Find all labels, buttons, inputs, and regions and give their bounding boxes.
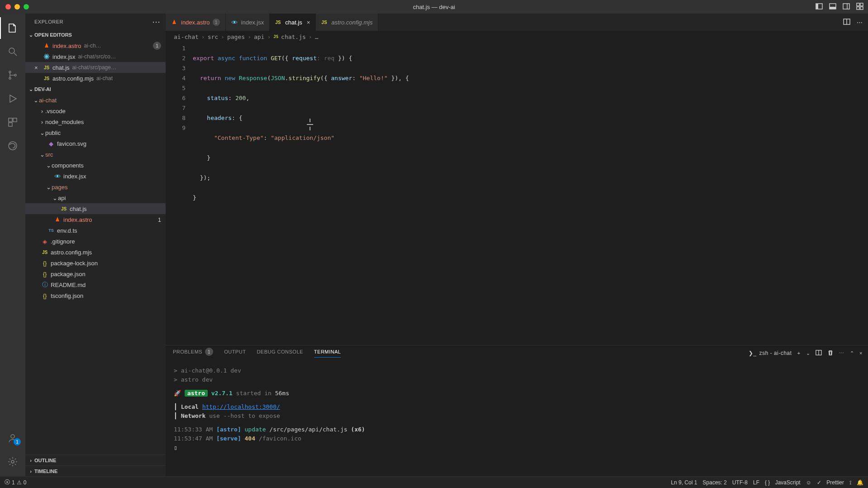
panel-right-icon[interactable] [843, 3, 850, 11]
info-file-icon: ⓘ [41, 281, 49, 289]
maximize-panel-icon[interactable]: ⌃ [850, 350, 854, 356]
open-editor-item[interactable]: × JS chat.js ai-chat/src/page… [25, 62, 166, 73]
folder-src[interactable]: ⌄src [25, 149, 166, 160]
file-index-astro[interactable]: index.astro1 [25, 214, 166, 225]
svg-point-13 [9, 77, 11, 79]
status-ln-col[interactable]: Ln 9, Col 1 [671, 479, 697, 486]
js-file-icon: JS [43, 76, 51, 81]
kill-terminal-icon[interactable] [827, 349, 834, 357]
svg-point-10 [9, 48, 14, 53]
file-package-lock[interactable]: {}package-lock.json [25, 258, 166, 268]
file-chat-js[interactable]: JSchat.js [25, 203, 166, 214]
svg-point-27 [234, 21, 235, 23]
activity-search[interactable] [0, 41, 25, 62]
svg-point-12 [9, 71, 11, 73]
problems-count-badge: 1 [205, 348, 213, 356]
status-language[interactable]: { } JavaScript [765, 479, 801, 486]
status-prettier[interactable]: ✓ Prettier [817, 479, 844, 486]
explorer-more-icon[interactable]: ⋯ [152, 17, 161, 27]
terminal-content[interactable]: > ai-chat@0.0.1 dev > astro dev 🚀 astro … [166, 361, 868, 476]
folder-pages[interactable]: ⌄pages [25, 182, 166, 192]
activity-extensions[interactable] [0, 111, 25, 133]
open-editor-item[interactable]: × index.astro ai-ch… 1 [25, 40, 166, 51]
panel-tab-bar: PROBLEMS1 OUTPUT DEBUG CONSOLE TERMINAL … [166, 345, 868, 361]
terminal-selector[interactable]: ❯_zsh - ai-chat [749, 350, 792, 356]
tab-index-astro[interactable]: index.astro 1 [166, 14, 226, 31]
local-url-link[interactable]: http://localhost:3000/ [202, 403, 280, 410]
accounts-badge: 1 [14, 438, 21, 445]
terminal-dropdown-icon[interactable]: ⌄ [806, 350, 811, 356]
folder-api[interactable]: ⌄api [25, 192, 166, 203]
svg-point-14 [14, 74, 16, 76]
more-actions-icon[interactable]: ⋯ [857, 19, 863, 26]
svg-rect-8 [857, 7, 859, 10]
folder-vscode[interactable]: ›.vscode [25, 105, 166, 116]
status-eol[interactable]: LF [753, 479, 759, 486]
problem-count-badge: 1 [158, 216, 161, 223]
activity-debug[interactable] [0, 88, 25, 110]
close-tab-icon[interactable]: × [307, 19, 310, 26]
close-panel-icon[interactable]: × [859, 350, 863, 356]
activity-edge[interactable] [0, 135, 25, 157]
activity-explorer[interactable] [0, 17, 25, 39]
status-broadcast-icon[interactable]: ⟟ [849, 479, 851, 486]
close-icon[interactable]: × [34, 64, 42, 71]
explorer-sidebar: EXPLORER ⋯ ⌄OPEN EDITORS × index.astro a… [25, 14, 166, 476]
status-errors[interactable]: ⓧ1⚠0 [5, 478, 26, 486]
folder-node-modules[interactable]: ›node_modules [25, 116, 166, 127]
status-bell-icon[interactable]: 🔔 [857, 479, 863, 486]
file-astro-config[interactable]: JSastro.config.mjs [25, 247, 166, 258]
file-package-json[interactable]: {}package.json [25, 268, 166, 279]
tab-index-jsx[interactable]: index.jsx [226, 14, 270, 31]
timeline-header[interactable]: ›TIMELINE [25, 465, 166, 476]
file-readme[interactable]: ⓘREADME.md [25, 279, 166, 290]
code-editor[interactable]: 123456789 export async function GET({ re… [166, 43, 868, 345]
open-editor-item[interactable]: × index.jsx ai-chat/src/co… [25, 51, 166, 62]
folder-ai-chat[interactable]: ⌄ai-chat [25, 95, 166, 105]
panel-tab-terminal[interactable]: TERMINAL [314, 349, 341, 358]
panel-toggle-icon[interactable] [816, 3, 823, 11]
project-tree-header[interactable]: ⌄DEV-AI [25, 84, 166, 95]
explorer-header: EXPLORER ⋯ [25, 14, 166, 29]
folder-public[interactable]: ⌄public [25, 127, 166, 138]
error-icon: ⓧ [5, 478, 10, 486]
panel-bottom-icon[interactable] [829, 3, 836, 11]
close-window-button[interactable] [5, 4, 11, 10]
status-spaces[interactable]: Spaces: 2 [703, 479, 727, 486]
file-index-jsx[interactable]: index.jsx [25, 171, 166, 182]
breadcrumb[interactable]: ai-chat› src› pages› api› JSchat.js› … [166, 31, 868, 43]
file-env-d-ts[interactable]: TSenv.d.ts [25, 225, 166, 236]
status-feedback-icon[interactable]: ☺ [806, 479, 811, 486]
open-editors-header[interactable]: ⌄OPEN EDITORS [25, 29, 166, 40]
tab-astro-config[interactable]: JS astro.config.mjs [316, 14, 378, 31]
new-terminal-icon[interactable]: + [797, 350, 801, 356]
tab-actions: ⋯ [843, 14, 868, 31]
code-content[interactable]: export async function GET({ request: req… [193, 43, 868, 345]
file-favicon-svg[interactable]: ◆favicon.svg [25, 138, 166, 149]
svg-point-21 [46, 56, 48, 57]
maximize-window-button[interactable] [24, 4, 29, 10]
file-gitignore[interactable]: ◈.gitignore [25, 236, 166, 247]
svg-point-19 [11, 435, 14, 438]
split-terminal-icon[interactable] [816, 349, 822, 357]
customize-layout-icon[interactable] [856, 3, 863, 11]
js-file-icon: JS [41, 250, 49, 255]
svg-point-25 [57, 175, 58, 177]
panel-tab-output[interactable]: OUTPUT [224, 349, 246, 357]
split-editor-icon[interactable] [843, 18, 850, 27]
activity-settings[interactable] [0, 451, 25, 473]
open-editor-item[interactable]: × JS astro.config.mjs ai-chat [25, 73, 166, 84]
more-actions-icon[interactable]: ⋯ [839, 350, 844, 356]
outline-header[interactable]: ›OUTLINE [25, 455, 166, 465]
status-encoding[interactable]: UTF-8 [732, 479, 748, 486]
tab-chat-js[interactable]: JS chat.js × [270, 14, 316, 31]
svg-rect-4 [843, 4, 849, 9]
folder-components[interactable]: ⌄components [25, 160, 166, 171]
panel-tab-problems[interactable]: PROBLEMS1 [173, 348, 213, 359]
minimize-window-button[interactable] [14, 4, 20, 10]
activity-accounts[interactable]: 1 [0, 427, 25, 449]
file-tsconfig[interactable]: {}tsconfig.json [25, 290, 166, 301]
activity-source-control[interactable] [0, 64, 25, 86]
panel-tab-debug-console[interactable]: DEBUG CONSOLE [257, 349, 303, 357]
project-tree-section: ⌄DEV-AI ⌄ai-chat ›.vscode ›node_modules … [25, 84, 166, 301]
